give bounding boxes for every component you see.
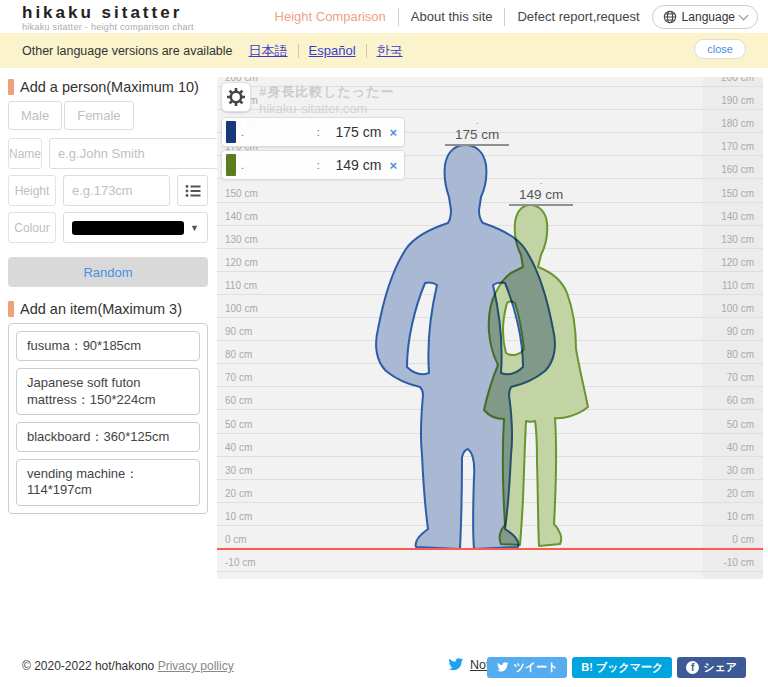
height-label: Height [8, 175, 56, 206]
item-list: fusuma：90*185cmJapanese soft futon mattr… [8, 323, 208, 514]
person-chip-height: 175 cm [329, 124, 381, 140]
female-button[interactable]: Female [64, 101, 133, 130]
nav-about[interactable]: About this site [411, 9, 493, 24]
height-preset-list-button[interactable] [177, 175, 208, 206]
name-input[interactable] [49, 138, 243, 169]
tweet-button[interactable]: ツイート [487, 657, 567, 678]
site-subtitle: hikaku sitatter - height comparison char… [22, 22, 194, 32]
footer: © 2020-2022 hot/hakono Privacy pollicy N… [0, 652, 768, 682]
name-row: Name [8, 138, 208, 169]
add-item-title: Add an item(Maximum 3) [20, 301, 182, 317]
globe-icon [663, 10, 677, 24]
sidebar: Add a person(Maximum 10) Male Female Nam… [8, 79, 208, 514]
copyright-text: © 2020-2022 hot/hakono [22, 659, 154, 673]
item-button[interactable]: blackboard：360*125cm [16, 422, 200, 452]
twitter-icon [447, 658, 464, 672]
gender-toggle: Male Female [8, 101, 208, 130]
facebook-icon: f [686, 661, 699, 674]
male-button[interactable]: Male [8, 101, 62, 130]
remove-person-icon[interactable]: × [389, 125, 397, 140]
name-label: Name [8, 138, 42, 169]
lang-link-japanese[interactable]: 日本語 [249, 42, 288, 60]
person-color-bar [226, 121, 236, 143]
chart-settings-button[interactable] [221, 82, 251, 112]
lang-link-separator [298, 44, 299, 58]
zero-line [217, 548, 763, 550]
nav-height-comparison[interactable]: Height Comparison [275, 9, 386, 24]
hatena-button-label: B! ブックマーク [581, 660, 663, 675]
nav-separator [504, 8, 505, 26]
add-person-title: Add a person(Maximum 10) [20, 79, 199, 95]
person-chip[interactable]: . ： 149 cm × [221, 150, 405, 180]
colour-swatch [72, 221, 184, 235]
copyright: © 2020-2022 hot/hakono Privacy pollicy [22, 659, 234, 673]
person-color-bar [226, 154, 236, 176]
share-buttons: ツイート B! ブックマーク f シェア [487, 657, 746, 678]
colour-select[interactable]: ▼ [63, 212, 208, 243]
random-button[interactable]: Random [8, 257, 208, 287]
figure-name: . [519, 177, 563, 185]
height-row: Height [8, 175, 208, 206]
gear-icon [226, 87, 246, 107]
language-banner-message: Other language versions are available [22, 44, 233, 58]
language-links: 日本語 Español 한국 [249, 42, 403, 60]
section-marker [8, 79, 14, 95]
figure-height-label-female: . 149 cm [509, 177, 573, 206]
person-chips: . ： 175 cm × . ： 149 cm × [221, 117, 405, 180]
top-nav: Height Comparison About this site Defect… [275, 0, 758, 33]
privacy-policy-link[interactable]: Privacy pollicy [158, 659, 234, 673]
item-button[interactable]: Japanese soft futon mattress：150*224cm [16, 368, 200, 415]
height-chart[interactable]: . 175 cm . 149 cm #身長比較したったー hikaku-sita… [217, 77, 763, 579]
section-marker [8, 301, 14, 317]
add-person-heading: Add a person(Maximum 10) [8, 79, 208, 95]
tweet-button-label: ツイート [513, 660, 558, 675]
lang-link-korean[interactable]: 한국 [377, 42, 403, 60]
page: hikaku sitatter hikaku sitatter - height… [0, 0, 768, 687]
figure-height: 175 cm [455, 127, 499, 142]
caret-down-icon: ▼ [190, 223, 199, 233]
twitter-icon [496, 662, 509, 673]
facebook-button-label: シェア [703, 660, 737, 675]
item-button[interactable]: fusuma：90*185cm [16, 331, 200, 361]
figure-name: . [455, 117, 499, 125]
language-button[interactable]: Language [652, 5, 758, 29]
person-chip-height: 149 cm [329, 157, 381, 173]
figure-height: 149 cm [519, 187, 563, 202]
chip-separator: ： [312, 124, 324, 141]
language-button-label: Language [682, 10, 735, 24]
height-input[interactable] [63, 175, 170, 206]
colour-row: Colour ▼ [8, 212, 208, 243]
lang-link-separator [366, 44, 367, 58]
language-banner: Other language versions are available 日本… [0, 33, 768, 68]
hatena-bookmark-button[interactable]: B! ブックマーク [572, 657, 672, 678]
nav-defect-report[interactable]: Defect report,request [517, 9, 639, 24]
banner-close-button[interactable]: close [694, 39, 746, 59]
facebook-share-button[interactable]: f シェア [677, 657, 746, 678]
colour-label: Colour [8, 212, 56, 243]
logo[interactable]: hikaku sitatter hikaku sitatter - height… [22, 4, 194, 32]
add-item-heading: Add an item(Maximum 3) [8, 301, 208, 317]
nav-separator [398, 8, 399, 26]
remove-person-icon[interactable]: × [389, 158, 397, 173]
person-chip-name: . [241, 126, 307, 138]
lang-link-spanish[interactable]: Español [309, 43, 356, 58]
site-title: hikaku sitatter [22, 4, 194, 22]
list-icon [185, 184, 201, 198]
site-header: hikaku sitatter hikaku sitatter - height… [0, 0, 768, 33]
chevron-down-icon [739, 10, 749, 20]
person-chip-name: . [241, 159, 307, 171]
item-button[interactable]: vending machine：114*197cm [16, 459, 200, 506]
person-chip[interactable]: . ： 175 cm × [221, 117, 405, 147]
figure-height-label-male: . 175 cm [445, 117, 509, 146]
chip-separator: ： [312, 157, 324, 174]
